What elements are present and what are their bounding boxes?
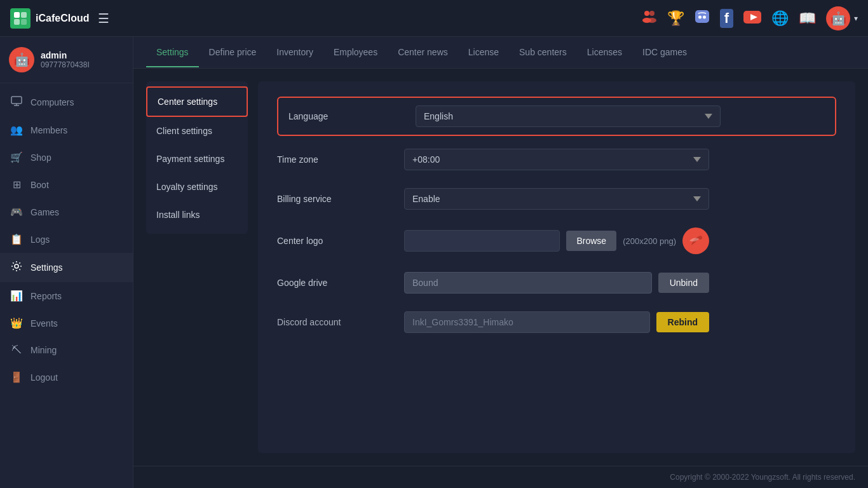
sidebar-item-games[interactable]: 🎮 Games [0, 198, 133, 226]
tab-define-price[interactable]: Define price [199, 38, 267, 67]
sidebar-item-logout[interactable]: 🚪 Logout [0, 363, 133, 391]
sidebar-item-shop[interactable]: 🛒 Shop [0, 144, 133, 171]
billing-select[interactable]: Enable Disable [404, 188, 709, 210]
youtube-icon[interactable] [743, 11, 761, 25]
tabs: Settings Define price Inventory Employee… [133, 37, 868, 69]
sidebar-item-members[interactable]: 👥 Members [0, 116, 133, 144]
layout: 🤖 admin 09777870438I Computers 👥 [0, 37, 868, 488]
user-phone: 09777870438I [41, 60, 90, 69]
discord-icon[interactable] [695, 10, 710, 27]
sidebar-item-settings[interactable]: Settings [0, 253, 133, 282]
left-panel: Center settings Client settings Payment … [146, 81, 248, 234]
tab-licenses[interactable]: Licenses [577, 38, 632, 67]
billing-control: Enable Disable [404, 188, 709, 210]
sidebar-item-mining[interactable]: ⛏ Mining [0, 337, 133, 363]
sidebar-item-boot[interactable]: ⊞ Boot [0, 171, 133, 198]
svg-point-7 [648, 18, 656, 23]
billing-form-row: Billing service Enable Disable [277, 188, 836, 210]
sidebar-label-computers: Computers [31, 97, 74, 107]
chevron-down-icon: ▾ [854, 14, 858, 23]
topbar-right: 🏆 f 🌐 📖 🤖 ▾ [642, 6, 858, 30]
globe-icon[interactable]: 🌐 [771, 10, 789, 27]
footer: Copyright © 2000-2022 Youngzsoft. All ri… [133, 466, 868, 488]
google-drive-input[interactable] [404, 272, 652, 294]
avatar-button[interactable]: 🤖 ▾ [826, 6, 858, 30]
logo-hint: (200x200 png) [623, 236, 676, 246]
nav-items: Computers 👥 Members 🛒 Shop ⊞ Boot 🎮 Game… [0, 83, 133, 396]
google-drive-form-row: Google drive Unbind [277, 272, 836, 294]
logs-icon: 📋 [10, 233, 23, 245]
svg-rect-3 [21, 19, 27, 25]
members-icon: 👥 [10, 124, 23, 136]
topbar: iCafeCloud ☰ 🏆 f [0, 0, 868, 37]
discord-form-row: Discord account Rebind [277, 311, 836, 333]
svg-rect-2 [14, 19, 20, 25]
sidebar-label-games: Games [31, 207, 59, 217]
events-icon: 👑 [10, 317, 23, 329]
svg-point-9 [698, 15, 702, 18]
svg-rect-0 [14, 12, 20, 18]
games-icon: 🎮 [10, 206, 23, 218]
panel-label-payment-settings: Payment settings [156, 154, 224, 164]
book-icon[interactable]: 📖 [799, 10, 816, 27]
tab-inventory[interactable]: Inventory [266, 38, 323, 67]
center-logo-control: Browse (200x200 png) [404, 227, 709, 254]
tab-idc-games[interactable]: IDC games [632, 38, 697, 67]
language-label: Language [288, 111, 416, 121]
language-select[interactable]: English Vietnamese Chinese Thai [416, 105, 721, 127]
computers-icon [10, 96, 23, 109]
user-info: 🤖 admin 09777870438I [0, 37, 133, 83]
topbar-left: iCafeCloud ☰ [10, 8, 109, 29]
timezone-select[interactable]: +08:00 +07:00 +09:00 [404, 149, 709, 170]
reports-icon: 📊 [10, 290, 23, 302]
language-form-row: Language English Vietnamese Chinese Thai [288, 105, 825, 127]
logo-icon [10, 8, 31, 29]
panel-item-client-settings[interactable]: Client settings [146, 117, 248, 145]
mining-icon: ⛏ [10, 344, 23, 356]
people-icon[interactable] [642, 10, 657, 27]
language-row-wrapper: Language English Vietnamese Chinese Thai [277, 97, 836, 136]
sidebar-item-reports[interactable]: 📊 Reports [0, 282, 133, 309]
drive-row: Unbind [404, 272, 709, 294]
logo-row: Browse (200x200 png) [404, 227, 709, 254]
svg-rect-8 [695, 10, 709, 23]
tab-sub-centers[interactable]: Sub centers [509, 38, 577, 67]
sidebar-item-logs[interactable]: 📋 Logs [0, 226, 133, 253]
center-logo-form-row: Center logo Browse (200x200 png) [277, 227, 836, 254]
logo-text: iCafeCloud [36, 13, 89, 24]
logo[interactable]: iCafeCloud [10, 8, 89, 29]
main-content: Settings Define price Inventory Employee… [133, 37, 868, 488]
panel-item-install-links[interactable]: Install links [146, 201, 248, 229]
tab-employees[interactable]: Employees [323, 38, 388, 67]
language-control: English Vietnamese Chinese Thai [416, 105, 721, 127]
logo-file-input[interactable] [404, 230, 560, 252]
svg-rect-1 [21, 12, 27, 18]
settings-icon [10, 261, 23, 274]
tab-center-news[interactable]: Center news [388, 38, 458, 67]
sidebar-label-reports: Reports [31, 291, 62, 301]
panel-item-payment-settings[interactable]: Payment settings [146, 145, 248, 173]
panel-label-client-settings: Client settings [156, 126, 212, 136]
trophy-icon[interactable]: 🏆 [667, 10, 684, 27]
panel-item-center-settings[interactable]: Center settings [146, 86, 248, 117]
facebook-icon[interactable]: f [720, 9, 733, 28]
user-name: admin [41, 50, 90, 60]
content-area: Center settings Client settings Payment … [133, 69, 868, 466]
discord-input[interactable] [404, 311, 650, 333]
rebind-button[interactable]: Rebind [656, 312, 709, 332]
tab-settings[interactable]: Settings [146, 38, 199, 67]
sidebar-label-logs: Logs [31, 234, 50, 245]
browse-button[interactable]: Browse [566, 231, 616, 251]
svg-rect-13 [11, 97, 22, 104]
hamburger-icon[interactable]: ☰ [98, 11, 109, 26]
svg-point-10 [703, 15, 706, 18]
svg-point-4 [644, 11, 649, 16]
unbind-button[interactable]: Unbind [658, 273, 709, 293]
sidebar-label-boot: Boot [31, 180, 49, 190]
tab-license[interactable]: License [458, 38, 509, 67]
sidebar-item-events[interactable]: 👑 Events [0, 309, 133, 337]
sidebar-item-computers[interactable]: Computers [0, 88, 133, 116]
right-panel: Language English Vietnamese Chinese Thai [258, 81, 855, 453]
sidebar-label-settings: Settings [31, 262, 63, 273]
panel-item-loyalty-settings[interactable]: Loyalty settings [146, 173, 248, 201]
